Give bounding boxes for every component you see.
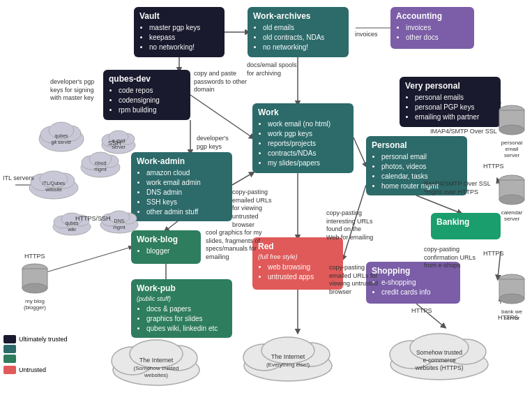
work-list: work email (no html) work pgp keys repor… <box>258 119 348 168</box>
work-blog-list: blogger <box>137 246 195 256</box>
vault-item-3: no networking! <box>149 43 219 52</box>
itl-qubes-website-cloud: ITL/Qubes website <box>26 164 81 200</box>
invoices-label: invoices <box>355 31 378 39</box>
svg-text:website: website <box>45 187 62 192</box>
svg-text:(Everything else!): (Everything else!) <box>266 362 310 368</box>
copy-paste-confirmation-label: copy-pastingconfirmation URLsfrom e-shop… <box>424 246 487 270</box>
red-item-1: web browsing <box>268 262 337 272</box>
work-pub-title: Work-pub <box>137 283 227 293</box>
accounting-item-2: other docs <box>406 33 469 43</box>
accounting-box: Accounting invoices other docs <box>390 7 474 49</box>
docs-email-spools-label: docs/email spoolsfor archiving <box>247 61 297 77</box>
svg-point-90 <box>499 294 524 304</box>
itl-servers-label: ITL servers <box>3 174 34 183</box>
my-blog-label: my blog(blogger) <box>20 298 50 311</box>
personal-item-1: personal email <box>381 152 462 162</box>
red-list: web browsing untrusted apps <box>258 262 337 282</box>
work-item-4: contracts/NDAs <box>268 149 348 158</box>
my-blog-cylinder: my blog(blogger) <box>20 262 50 311</box>
https-shopping-label: HTTPS <box>411 307 432 315</box>
work-archives-list: old emails old contracts, NDAs no networ… <box>253 23 343 52</box>
very-personal-box: Very personal personal emails personal P… <box>400 77 501 127</box>
imap-ssl-personal-label: IMAP4/SMTP Over SSL <box>430 128 497 136</box>
work-archives-item-2: old contracts, NDAs <box>263 33 343 43</box>
vault-box: Vault master pgp keys keepass no network… <box>134 7 225 57</box>
svg-text:The Internet: The Internet <box>271 353 305 360</box>
svg-text:mgmt: mgmt <box>113 225 126 230</box>
work-pub-subtitle: (public stuff) <box>137 295 227 302</box>
svg-text:wiki: wiki <box>67 227 76 232</box>
https-bank-server-label: HTTPS <box>498 314 519 322</box>
svg-text:git server: git server <box>52 140 72 145</box>
personal-title: Personal <box>372 140 462 150</box>
work-admin-item-2: work email admin <box>146 178 227 188</box>
legend-ultimately-trusted: Ultimately trusted <box>19 336 68 343</box>
personal-item-2: photos, videos <box>381 162 462 172</box>
qubes-dev-box: qubes-dev code repos codensigning rpm bu… <box>103 70 190 120</box>
qubes-dev-item-3: rpm building <box>119 105 185 115</box>
personal-email-server-cylinder: personalemailserver <box>496 103 527 158</box>
vault-item-2: keepass <box>149 33 219 43</box>
work-archives-item-3: no networking! <box>263 43 343 52</box>
svg-text:ITL/Qubes: ITL/Qubes <box>43 181 66 186</box>
banking-title: Banking <box>436 217 495 227</box>
internet-trusted-cloud: The Internet (Somehow trusted websites) <box>108 332 204 387</box>
svg-line-9 <box>232 173 252 185</box>
banking-box: Banking <box>431 213 501 239</box>
svg-text:DNS: DNS <box>114 218 125 223</box>
work-admin-item-3: DNS admin <box>146 188 227 198</box>
accounting-item-1: invoices <box>406 23 469 33</box>
work-blog-item-1: blogger <box>146 246 195 256</box>
vault-item-1: master pgp keys <box>149 23 219 33</box>
svg-line-20 <box>46 247 131 272</box>
copy-paste-interesting-label: copy-pastinginteresting URLsfound on the… <box>326 209 389 242</box>
work-admin-list: amazon cloud work email admin DNS admin … <box>137 168 227 217</box>
work-box: Work work email (no html) work pgp keys … <box>252 103 354 173</box>
red-subtitle: (full free style) <box>258 253 337 260</box>
legend-untrusted: Untrusted <box>19 366 46 373</box>
svg-line-6 <box>354 138 366 165</box>
personal-email-server-label: personalemailserver <box>496 140 527 158</box>
https-blog-label: HTTPS <box>24 253 45 261</box>
vault-list: master pgp keys keepass no networking! <box>139 23 219 52</box>
qubes-dev-title: qubes-dev <box>109 74 185 84</box>
internet-all-cloud: The Internet (Everything else!) <box>239 329 337 384</box>
work-admin-item-1: amazon cloud <box>146 168 227 178</box>
legend: Ultimately trusted Untrusted <box>3 335 68 374</box>
work-admin-title: Work-admin <box>137 156 227 166</box>
qubes-dev-item-2: codensigning <box>119 96 185 105</box>
copy-paste-urls-label: copy-pastingemailed URLsfor viewinguntru… <box>232 188 295 229</box>
qubes-dev-item-1: code repos <box>119 86 185 96</box>
work-item-3: reports/projects <box>268 139 348 149</box>
diagram: Vault master pgp keys keepass no network… <box>0 0 532 416</box>
work-pub-item-2: graphics for slides <box>146 314 227 324</box>
very-personal-title: Very personal <box>405 81 495 91</box>
work-item-2: work pgp keys <box>268 129 348 139</box>
dev-pgp-keys-label: developer's pgpkeys for signingwith mast… <box>50 78 94 103</box>
svg-text:websites): websites) <box>144 372 168 378</box>
work-admin-box: Work-admin amazon cloud work email admin… <box>131 152 232 221</box>
work-admin-item-5: other admin stuff <box>146 207 227 217</box>
svg-text:The Internet: The Internet <box>139 357 174 364</box>
work-pub-item-1: docs & papers <box>146 304 227 314</box>
red-item-2: untrusted apps <box>268 272 337 282</box>
work-item-5: my slides/papers <box>268 158 348 168</box>
copy-paste-passwords-label: copy and pastepasswords to otherdomain <box>194 70 247 94</box>
https-ssh-label: HTTPS/SSH <box>75 215 111 223</box>
accounting-title: Accounting <box>396 11 469 21</box>
very-personal-item-3: emailing with partner <box>415 112 495 122</box>
calendar-server-label: calendarserver <box>496 209 527 222</box>
svg-text:e-commerce: e-commerce <box>423 357 456 364</box>
work-pub-box: Work-pub (public stuff) docs & papers gr… <box>131 279 232 338</box>
ssh-label: SSH <box>108 140 121 148</box>
svg-text:mgmt: mgmt <box>94 167 107 172</box>
work-blog-box: Work-blog blogger <box>131 230 201 264</box>
shopping-item-1: e-shopping <box>381 278 455 288</box>
svg-line-2 <box>190 95 252 138</box>
qubes-dev-list: code repos codensigning rpm building <box>109 86 185 115</box>
svg-line-7 <box>416 195 460 213</box>
shopping-item-2: credit cards info <box>381 288 455 297</box>
work-archives-box: Work-archives old emails old contracts, … <box>248 7 349 57</box>
work-archives-item-1: old emails <box>263 23 343 33</box>
red-title: Red <box>258 242 337 251</box>
